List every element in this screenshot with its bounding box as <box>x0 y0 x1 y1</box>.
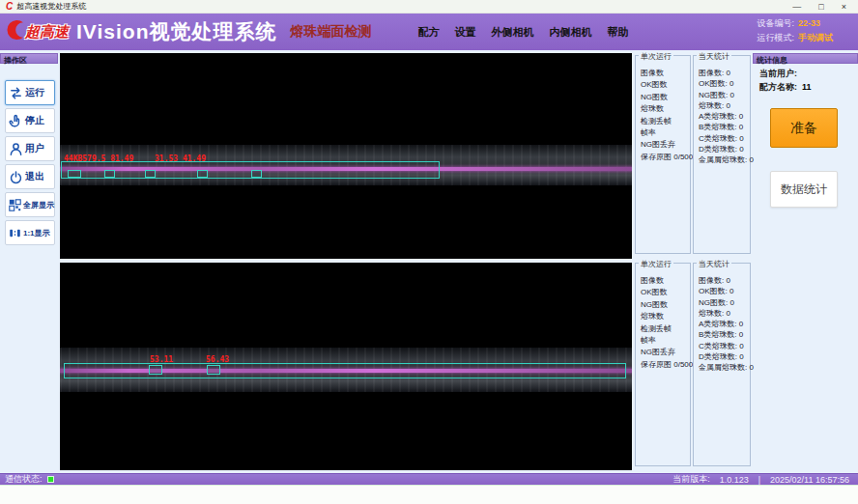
stat-row: 图像数 <box>641 275 689 287</box>
desktop-area <box>0 485 858 504</box>
stat-row: B类熔珠数: 0 <box>699 329 749 340</box>
user-button[interactable]: 用户 <box>5 136 55 161</box>
status-bar: 通信状态: 当前版本: 1.0.123 | 2025/02/11 16:57:5… <box>0 473 858 485</box>
bead-segment-box <box>251 170 262 178</box>
stat-row: 帧率 <box>641 127 689 139</box>
stat-row: A类熔珠数: 0 <box>699 111 749 122</box>
recipe-name-label: 配方名称: <box>759 82 797 92</box>
app-logo-icon: C <box>6 2 13 12</box>
device-info: 设备编号:22-33 运行模式:手动调试 <box>757 16 833 45</box>
prepare-button[interactable]: 准备 <box>770 108 838 148</box>
recipe-name-row: 配方名称:11 <box>759 81 812 94</box>
stat-row: NG图数: 0 <box>699 297 749 308</box>
stat-row: 熔珠数: 0 <box>699 308 749 319</box>
page-subtitle: 熔珠端面检测 <box>290 23 371 41</box>
data-stats-button[interactable]: 数据统计 <box>770 171 838 208</box>
menu-item-recipe[interactable]: 配方 <box>417 25 439 40</box>
roi-rectangle <box>61 161 440 179</box>
run-arrows-icon <box>9 86 23 100</box>
stat-row: 图像数: 0 <box>699 275 749 286</box>
device-number-value: 22-33 <box>798 18 820 28</box>
panel-title: 单次运行 <box>639 51 673 62</box>
menu-item-outer-camera[interactable]: 外侧相机 <box>491 25 533 40</box>
menu-item-inner-camera[interactable]: 内侧相机 <box>549 25 591 40</box>
measurement-annotation: 53.11 <box>150 355 173 364</box>
single-run-panel-bottom: 单次运行 图像数 OK图数 NG图数 熔珠数 检测丢帧 帧率 NG图丢弃 保存原… <box>635 263 691 466</box>
window-title: 超高速视觉处理系统 <box>16 1 792 12</box>
today-stats-panel-top: 当天统计 图像数: 0 OK图数: 0 NG图数: 0 熔珠数: 0 A类熔珠数… <box>693 55 751 254</box>
today-stats-panel-bottom: 当天统计 图像数: 0 OK图数: 0 NG图数: 0 熔珠数: 0 A类熔珠数… <box>693 263 751 466</box>
user-icon <box>9 142 23 156</box>
stop-button[interactable]: 停止 <box>5 108 55 133</box>
stat-row: 金属屑熔珠数: 0 <box>699 362 749 373</box>
stat-row: B类熔珠数: 0 <box>699 122 749 132</box>
power-icon <box>9 170 23 184</box>
run-button[interactable]: 运行 <box>5 80 55 105</box>
menu-item-settings[interactable]: 设置 <box>454 25 475 40</box>
stat-row: NG图数: 0 <box>699 90 749 100</box>
stat-row: 金属屑熔珠数: 0 <box>699 154 749 165</box>
stat-row: 熔珠数 <box>641 103 689 115</box>
stat-row: D类熔珠数: 0 <box>699 144 749 154</box>
app-header: 超高速 IVision视觉处理系统 熔珠端面检测 配方 设置 外侧相机 内侧相机… <box>0 14 858 50</box>
inner-camera-view[interactable]: 53.11 56.43 <box>60 263 632 470</box>
bead-segment-box <box>197 170 208 178</box>
panel-title: 单次运行 <box>639 259 673 269</box>
datetime-value: 2025/02/11 16:57:56 <box>770 475 849 485</box>
device-number-label: 设备编号: <box>757 18 794 28</box>
page-title: IVision视觉处理系统 <box>76 18 276 45</box>
exit-button[interactable]: 退出 <box>5 164 55 189</box>
fullscreen-grid-icon <box>9 199 21 211</box>
stat-row: OK图数 <box>641 79 689 91</box>
panel-title: 当天统计 <box>697 259 731 269</box>
panel-title: 当天统计 <box>697 51 731 62</box>
measurement-annotation: 31.53 41.49 <box>155 154 206 163</box>
recipe-name-value: 11 <box>802 82 812 92</box>
stat-row: NG图丢弃 <box>641 347 689 358</box>
fullscreen-button[interactable]: 全屏显示 <box>5 192 55 217</box>
brand-name: 超高速 <box>25 23 69 42</box>
status-separator: | <box>758 475 760 485</box>
single-run-panel-top: 单次运行 图像数 OK图数 NG图数 熔珠数 检测丢帧 帧率 NG图丢弃 保存原… <box>635 55 691 254</box>
stat-row: NG图数 <box>641 299 689 311</box>
stat-row: 熔珠数 <box>641 311 689 322</box>
current-user-label: 当前用户: <box>759 69 797 78</box>
stat-row: 保存原图 0/500 <box>641 152 689 163</box>
main-menu: 配方 设置 外侧相机 内侧相机 帮助 <box>417 25 628 40</box>
stat-row: C类熔珠数: 0 <box>699 133 749 144</box>
stat-row: 帧率 <box>641 335 689 347</box>
run-mode-value: 手动调试 <box>798 33 833 42</box>
app-window: C 超高速视觉处理系统 — □ × 超高速 IVision视觉处理系统 熔珠端面… <box>0 0 858 504</box>
measurement-annotation: 44KB579.5 81.49 <box>64 154 133 163</box>
menu-item-help[interactable]: 帮助 <box>607 25 628 40</box>
stat-row: 图像数: 0 <box>699 68 749 78</box>
stat-row: 检测丢帧 <box>641 323 689 335</box>
info-panel-header: 统计信息 <box>753 53 858 64</box>
measurement-annotation: 56.43 <box>206 355 229 364</box>
maximize-button[interactable]: □ <box>818 1 823 13</box>
stat-row: 图像数 <box>641 68 689 79</box>
bead-segment-box <box>207 365 220 375</box>
stat-row: OK图数: 0 <box>699 78 749 89</box>
minimize-button[interactable]: — <box>792 1 801 13</box>
bead-segment-box <box>68 170 81 178</box>
stat-row: C类熔珠数: 0 <box>699 341 749 351</box>
stat-row: A类熔珠数: 0 <box>699 319 749 329</box>
stat-row: 检测丢帧 <box>641 116 689 127</box>
one-to-one-button[interactable]: 1:1显示 <box>5 220 55 245</box>
run-mode-label: 运行模式: <box>757 33 794 42</box>
stat-row: NG图数 <box>641 92 689 103</box>
bead-segment-box <box>104 170 115 178</box>
stat-row: NG图丢弃 <box>641 139 689 151</box>
bead-segment-box <box>149 365 162 375</box>
brand-swoosh-icon <box>2 17 27 46</box>
stat-row: OK图数: 0 <box>699 286 749 296</box>
os-titlebar: C 超高速视觉处理系统 — □ × <box>0 0 858 14</box>
stat-row: 熔珠数: 0 <box>699 100 749 111</box>
outer-camera-view[interactable]: 44KB579.5 81.49 31.53 41.49 <box>60 53 632 259</box>
close-button[interactable]: × <box>842 1 846 13</box>
stat-row: D类熔珠数: 0 <box>699 351 749 362</box>
current-user-row: 当前用户: <box>759 68 797 80</box>
operation-panel-header: 操作区 <box>0 53 58 64</box>
version-value: 1.0.123 <box>720 475 749 485</box>
